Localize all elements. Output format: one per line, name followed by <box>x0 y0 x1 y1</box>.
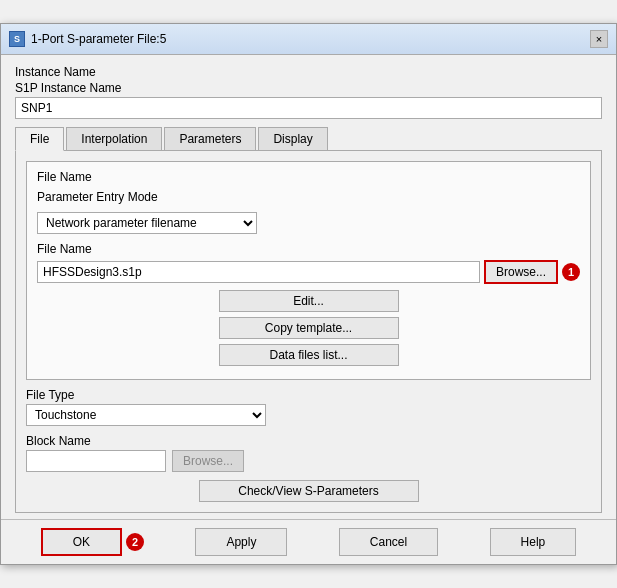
ok-button[interactable]: OK <box>41 528 122 556</box>
param-entry-select[interactable]: Network parameter filename Inline parame… <box>37 212 257 234</box>
param-entry-row: Parameter Entry Mode <box>37 190 580 206</box>
app-icon: S <box>9 31 25 47</box>
file-type-label: File Type <box>26 388 591 402</box>
copy-template-button[interactable]: Copy template... <box>219 317 399 339</box>
dialog-footer: OK 2 Apply Cancel Help <box>1 519 616 564</box>
file-input-row: Browse... 1 <box>37 260 580 284</box>
block-name-section: Block Name Browse... <box>26 434 591 472</box>
ok-container: OK 2 <box>41 528 144 556</box>
tab-file[interactable]: File <box>15 127 64 151</box>
cancel-button[interactable]: Cancel <box>339 528 438 556</box>
edit-button[interactable]: Edit... <box>219 290 399 312</box>
tab-display[interactable]: Display <box>258 127 327 150</box>
title-bar: S 1-Port S-parameter File:5 × <box>1 24 616 55</box>
tab-content-file: File Name Parameter Entry Mode Network p… <box>15 151 602 513</box>
instance-label: Instance Name <box>15 65 602 79</box>
file-name-input[interactable] <box>37 261 480 283</box>
file-type-section: File Type Touchstone MDIF <box>26 388 591 426</box>
dialog-window: S 1-Port S-parameter File:5 × Instance N… <box>0 23 617 565</box>
tab-parameters[interactable]: Parameters <box>164 127 256 150</box>
file-name-section-label: File Name <box>37 170 580 184</box>
param-entry-label: Parameter Entry Mode <box>37 190 158 204</box>
badge-1: 1 <box>562 263 580 281</box>
browse-button[interactable]: Browse... <box>484 260 558 284</box>
tabs: File Interpolation Parameters Display <box>15 127 602 151</box>
s1p-instance-label: S1P Instance Name <box>15 81 602 95</box>
file-name-inner-label: File Name <box>37 242 580 256</box>
badge-2: 2 <box>126 533 144 551</box>
close-button[interactable]: × <box>590 30 608 48</box>
dialog-body: Instance Name S1P Instance Name File Int… <box>1 55 616 519</box>
tab-interpolation[interactable]: Interpolation <box>66 127 162 150</box>
block-name-input[interactable] <box>26 450 166 472</box>
instance-name-input[interactable] <box>15 97 602 119</box>
file-type-select[interactable]: Touchstone MDIF <box>26 404 266 426</box>
help-button[interactable]: Help <box>490 528 577 556</box>
window-title: 1-Port S-parameter File:5 <box>31 32 166 46</box>
apply-button[interactable]: Apply <box>195 528 287 556</box>
data-files-list-button[interactable]: Data files list... <box>219 344 399 366</box>
block-name-browse-button: Browse... <box>172 450 244 472</box>
file-name-section-box: File Name Parameter Entry Mode Network p… <box>26 161 591 380</box>
block-name-row: Browse... <box>26 450 591 472</box>
check-view-button[interactable]: Check/View S-Parameters <box>199 480 419 502</box>
title-bar-left: S 1-Port S-parameter File:5 <box>9 31 166 47</box>
block-name-label: Block Name <box>26 434 591 448</box>
